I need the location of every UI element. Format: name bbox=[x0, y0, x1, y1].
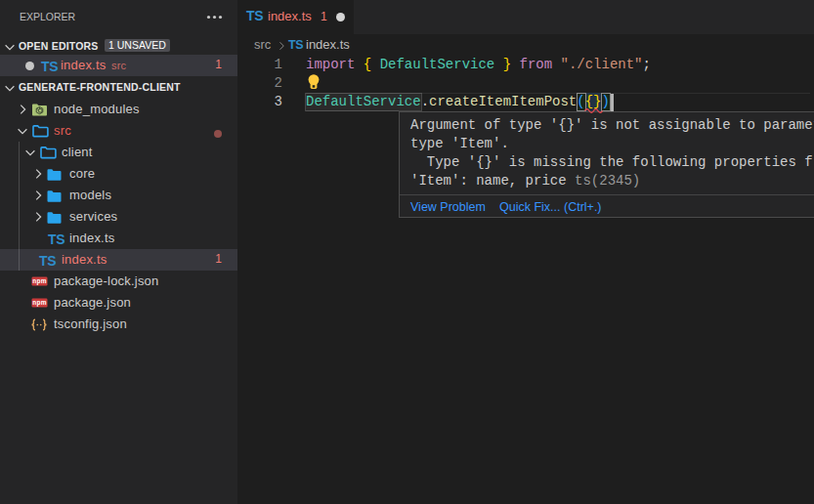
svg-text:npm: npm bbox=[32, 277, 46, 285]
svg-text:npm: npm bbox=[32, 299, 46, 307]
